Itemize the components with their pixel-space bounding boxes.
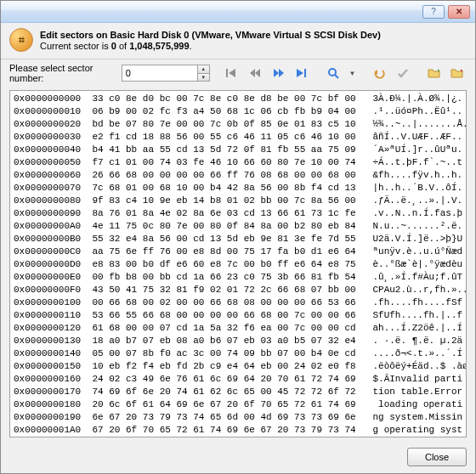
header-strip: ⌗ Edit sectors on Basic Hard Disk 0 (VMw… xyxy=(1,23,475,59)
svg-marker-4 xyxy=(274,69,279,77)
prev-sector-button[interactable] xyxy=(246,64,264,82)
spinner-down-icon[interactable]: ▼ xyxy=(198,74,209,82)
folder-save-icon xyxy=(450,66,465,80)
next-sector-button[interactable] xyxy=(269,64,287,82)
apply-button[interactable] xyxy=(394,64,411,82)
first-icon xyxy=(225,67,239,79)
titlebar: ? ✕ xyxy=(1,1,475,23)
subtitle-suffix: . xyxy=(190,41,192,51)
svg-marker-5 xyxy=(279,69,284,77)
spinner-up-icon[interactable]: ▲ xyxy=(198,65,209,74)
last-sector-button[interactable] xyxy=(293,64,311,82)
search-icon xyxy=(326,66,340,80)
close-button[interactable]: Close xyxy=(407,448,467,466)
prev-icon xyxy=(248,67,262,79)
header-text: Edit sectors on Basic Hard Disk 0 (VMwar… xyxy=(40,30,381,51)
chevron-down-icon: ▼ xyxy=(349,70,356,77)
subtitle-mid: of xyxy=(116,41,129,51)
sector-select-label: Please select sector number: xyxy=(9,63,116,83)
search-dropdown-button[interactable]: ▼ xyxy=(348,64,357,82)
svg-rect-7 xyxy=(304,69,306,77)
titlebar-help-button[interactable]: ? xyxy=(422,5,445,19)
hex-editor-panel[interactable]: 0x0000000000 33 c0 8e d0 bc 00 7c 8e c0 … xyxy=(9,90,467,437)
dialog-window: ? ✕ ⌗ Edit sectors on Basic Hard Disk 0 … xyxy=(0,0,476,474)
sector-number-input[interactable]: 0 xyxy=(122,65,198,82)
dialog-subtitle: Current sector is 0 of 1,048,575,999. xyxy=(40,41,381,51)
svg-marker-2 xyxy=(250,69,255,77)
svg-line-9 xyxy=(335,75,338,78)
sector-spinner[interactable]: ▲ ▼ xyxy=(198,65,210,82)
disk-sector-icon: ⌗ xyxy=(9,28,33,52)
titlebar-close-button[interactable]: ✕ xyxy=(448,5,470,19)
first-sector-button[interactable] xyxy=(223,64,241,82)
dialog-title: Edit sectors on Basic Hard Disk 0 (VMwar… xyxy=(40,30,381,40)
svg-marker-12 xyxy=(461,69,463,71)
search-button[interactable] xyxy=(325,64,343,82)
next-icon xyxy=(272,67,286,79)
svg-marker-3 xyxy=(255,69,260,77)
footer: Close xyxy=(1,443,475,473)
last-icon xyxy=(295,67,309,79)
checkmark-icon xyxy=(396,67,410,79)
folder-open-icon xyxy=(427,66,442,80)
save-file-button[interactable] xyxy=(449,64,467,82)
subtitle-prefix: Current sector is xyxy=(40,41,111,51)
svg-marker-6 xyxy=(297,69,303,77)
toolbar: Please select sector number: 0 ▲ ▼ ▼ xyxy=(1,59,475,88)
svg-point-8 xyxy=(329,69,336,76)
undo-icon xyxy=(372,67,386,79)
svg-marker-1 xyxy=(229,69,235,77)
undo-button[interactable] xyxy=(371,64,388,82)
svg-marker-11 xyxy=(438,69,440,71)
subtitle-total: 1,048,575,999 xyxy=(129,41,189,51)
open-file-button[interactable] xyxy=(425,64,443,82)
svg-rect-0 xyxy=(226,69,228,77)
